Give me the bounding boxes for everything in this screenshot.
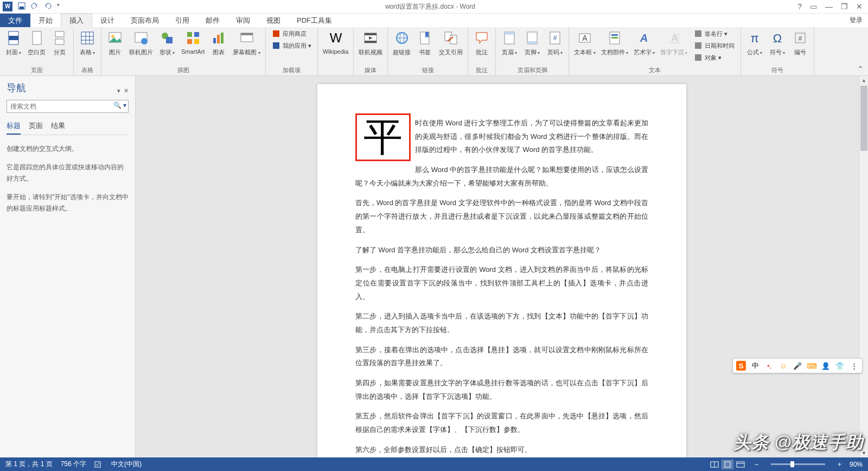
my-apps-button[interactable]: 我的应用 ▾ — [269, 40, 315, 51]
zoom-slider[interactable] — [771, 463, 825, 465]
blank-page-button[interactable]: 空白页 — [25, 28, 48, 58]
signature-line-button[interactable]: 签名行 ▾ — [691, 28, 738, 39]
scrollbar-thumb[interactable] — [860, 86, 867, 151]
nav-search-input[interactable] — [7, 100, 129, 113]
spell-check-icon[interactable] — [94, 461, 103, 468]
paragraph-with-dropcap[interactable]: 平 时在使用 Word 进行文字整理工作后，为了可以使得整篇的文章看起来更加的美… — [355, 117, 648, 157]
paragraph[interactable]: 第一步，在电脑上打开需要进行设置的 Word 文档，进入到文档的界面当中后，将鼠… — [355, 263, 648, 303]
symbol-button[interactable]: Ω符号 — [767, 28, 788, 58]
paragraph[interactable]: 了解了 Word 首字悬挂功能后，那么怎么给自己的 Word 文档设置首字悬挂呢… — [355, 244, 648, 257]
nav-close-icon[interactable]: ✕ — [124, 87, 129, 94]
undo-icon[interactable] — [31, 2, 40, 11]
ime-voice-icon[interactable]: 🎤 — [793, 361, 802, 371]
ime-skin-icon[interactable]: 👕 — [835, 361, 845, 371]
footer-button[interactable]: 页脚 — [521, 28, 543, 58]
nav-tab-结果[interactable]: 结果 — [51, 118, 65, 135]
help-icon[interactable]: ? — [797, 2, 802, 11]
bookmark-button[interactable]: 书签 — [414, 28, 436, 58]
ime-sogou-icon[interactable]: S — [736, 361, 746, 371]
date-time-button[interactable]: 日期和时间 — [691, 40, 738, 51]
word-count[interactable]: 756 个字 — [61, 460, 86, 469]
zoom-slider-thumb[interactable] — [790, 461, 794, 467]
comment-button[interactable]: 批注 — [471, 28, 493, 58]
redo-icon[interactable] — [44, 2, 53, 11]
ribbon-display-icon[interactable]: ▭ — [810, 2, 817, 11]
nav-options-icon[interactable]: ▾ — [117, 87, 120, 94]
ime-lang-icon[interactable]: 中 — [750, 361, 760, 371]
online-pictures-button[interactable]: 联机图片 — [127, 28, 155, 58]
file-tab[interactable]: 文件 — [0, 14, 30, 27]
paragraph[interactable]: 那么 Word 中的首字悬挂功能是什么呢？如果想要使用的话，应该怎么设置呢？今天… — [355, 163, 648, 190]
paragraph[interactable]: 首先，Word 的首字悬挂是 Word 文字处理软件中的一种格式设置，指的是将 … — [355, 196, 648, 237]
close-icon[interactable]: ✕ — [856, 2, 863, 11]
nav-tab-标题[interactable]: 标题 — [7, 118, 21, 135]
paragraph[interactable]: 第二步，进入到插入选项卡当中后，在该选项的下方，找到【文本】功能中的【首字下沉】… — [355, 310, 648, 336]
tab-审阅[interactable]: 审阅 — [228, 14, 258, 27]
qat-dropdown-icon[interactable]: ▾ — [57, 2, 66, 11]
web-layout-icon[interactable] — [735, 460, 746, 469]
header-button[interactable]: 页眉 — [499, 28, 520, 58]
text-box-button[interactable]: A文本框 — [572, 28, 597, 58]
paragraph[interactable]: 第五步，然后软件会弹出【首字下沉】的设置窗口，在此界面中，先选中【悬挂】选项，然… — [355, 410, 648, 436]
number-button[interactable]: #编号 — [789, 28, 811, 58]
print-layout-icon[interactable] — [722, 460, 733, 469]
app-store-button[interactable]: 应用商店 — [269, 28, 315, 39]
ime-toolbar[interactable]: S 中 •, ☺ 🎤 ⌨ 👤 👕 ⋮ — [732, 358, 863, 373]
screenshot-button[interactable]: 屏幕截图 — [231, 28, 262, 58]
document-page[interactable]: 平 时在使用 Word 进行文字整理工作后，为了可以使得整篇的文章看起来更加的美… — [317, 84, 686, 457]
paragraph[interactable]: 第三步，接着在弹出的选项中，点击选择【悬挂】选项，就可以设置文档中刚刚鼠标光标所… — [355, 343, 648, 370]
cross-reference-button[interactable]: 交叉引用 — [437, 28, 465, 58]
tab-视图[interactable]: 视图 — [258, 14, 289, 27]
ime-punct-icon[interactable]: •, — [764, 361, 774, 371]
paragraph-text[interactable]: 时在使用 Word 进行文字整理工作后，为了可以使得整篇的文章看起来更加的美观与… — [415, 119, 648, 154]
page-break-button[interactable]: 分页 — [49, 28, 71, 58]
paragraph[interactable]: 第四步，如果需要设置悬挂文字的字体或悬挂行数等选项的话，也可以在点击【首字下沉】… — [355, 377, 648, 403]
scroll-up-icon[interactable]: ▲ — [861, 78, 866, 83]
language-status[interactable]: 中文(中国) — [111, 460, 142, 469]
dropcap-char[interactable]: 平 — [363, 116, 403, 159]
quick-parts-button[interactable]: 文档部件 — [599, 28, 630, 58]
ime-more-icon[interactable]: ⋮ — [849, 361, 859, 371]
vertical-scrollbar[interactable]: ▲ ▼ — [859, 76, 868, 457]
pictures-button[interactable]: 图片 — [104, 28, 126, 58]
zoom-out-button[interactable]: − — [755, 461, 758, 468]
page-count[interactable]: 第 1 页，共 1 页 — [5, 460, 53, 469]
chart-button[interactable]: 图表 — [208, 28, 229, 58]
drop-cap-button[interactable]: A首字下沉 — [658, 28, 690, 58]
tab-PDF工具集[interactable]: PDF工具集 — [289, 14, 340, 27]
restore-icon[interactable]: ❐ — [841, 2, 848, 11]
paragraph[interactable]: 第六步，全部参数设置好以后，点击【确定】按钮即可。 — [355, 443, 648, 457]
shapes-button[interactable]: 形状 — [156, 28, 178, 58]
zoom-level[interactable]: 90% — [850, 461, 863, 468]
tab-设计[interactable]: 设计 — [92, 14, 123, 27]
document-area[interactable]: 平 时在使用 Word 进行文字整理工作后，为了可以使得整篇的文章看起来更加的美… — [136, 76, 868, 457]
minimize-icon[interactable]: — — [825, 2, 833, 11]
scroll-down-icon[interactable]: ▼ — [861, 450, 866, 456]
wordart-button[interactable]: A艺术字 — [631, 28, 657, 58]
tab-引用[interactable]: 引用 — [167, 14, 197, 27]
online-video-button[interactable]: 联机视频 — [356, 28, 385, 58]
ime-emoji-icon[interactable]: ☺ — [778, 361, 788, 371]
tab-邮件[interactable]: 邮件 — [197, 14, 228, 27]
object-button[interactable]: 对象 ▾ — [691, 52, 738, 63]
zoom-in-button[interactable]: + — [838, 461, 841, 468]
table-button[interactable]: 表格 — [76, 28, 98, 58]
equation-button[interactable]: π公式 — [744, 28, 765, 58]
search-icon[interactable]: 🔍 ▾ — [113, 101, 126, 109]
nav-tab-页面[interactable]: 页面 — [29, 118, 43, 135]
wikipedia-button[interactable]: WWikipedia — [321, 28, 351, 56]
smartart-button[interactable]: SmartArt — [179, 28, 207, 56]
ime-keyboard-icon[interactable]: ⌨ — [807, 361, 816, 371]
tab-插入[interactable]: 插入 — [61, 14, 92, 27]
save-icon[interactable] — [18, 2, 27, 11]
hyperlink-button[interactable]: 超链接 — [391, 28, 413, 58]
document-content[interactable]: 平 时在使用 Word 进行文字整理工作后，为了可以使得整篇的文章看起来更加的美… — [355, 117, 648, 457]
collapse-ribbon-icon[interactable]: ⌃ — [857, 65, 864, 73]
read-mode-icon[interactable] — [709, 460, 720, 469]
ime-user-icon[interactable]: 👤 — [821, 361, 831, 371]
tab-开始[interactable]: 开始 — [30, 14, 61, 27]
tab-页面布局[interactable]: 页面布局 — [123, 14, 167, 27]
page-number-button[interactable]: #页码 — [544, 28, 566, 58]
cover-page-button[interactable]: 封面 — [3, 28, 24, 58]
login-link[interactable]: 登录 — [844, 14, 868, 27]
